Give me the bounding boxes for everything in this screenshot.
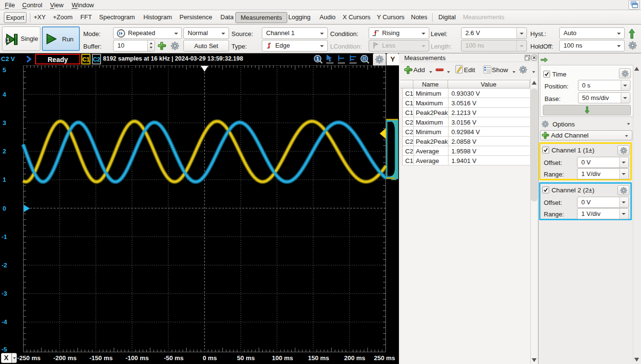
svg-text:-250 ms: -250 ms [17, 354, 40, 362]
svg-text:4: 4 [2, 91, 6, 98]
svg-text:150 ms: 150 ms [308, 354, 329, 362]
svg-text:-100 ms: -100 ms [126, 354, 149, 362]
svg-text:0: 0 [2, 205, 6, 212]
svg-text:250 ms: 250 ms [374, 354, 395, 362]
svg-text:1: 1 [2, 176, 6, 183]
svg-text:-1: -1 [1, 233, 7, 240]
svg-text:-50 ms: -50 ms [164, 354, 183, 362]
svg-text:50 ms: 50 ms [237, 354, 255, 362]
svg-text:-150 ms: -150 ms [90, 354, 113, 362]
svg-text:-3: -3 [1, 290, 7, 297]
svg-text:1: 1 [6, 37, 10, 44]
svg-text:2: 2 [2, 148, 6, 155]
svg-text:-200 ms: -200 ms [53, 354, 77, 362]
svg-text:200 ms: 200 ms [344, 354, 365, 362]
svg-text:-5: -5 [1, 346, 7, 353]
svg-text:-2: -2 [1, 262, 7, 269]
svg-text:5: 5 [2, 66, 6, 74]
svg-text:3: 3 [2, 119, 6, 126]
svg-text:1: 1 [316, 56, 319, 62]
svg-text:100 ms: 100 ms [272, 354, 293, 362]
svg-text:-4: -4 [1, 318, 7, 326]
svg-text:0 ms: 0 ms [203, 354, 217, 362]
